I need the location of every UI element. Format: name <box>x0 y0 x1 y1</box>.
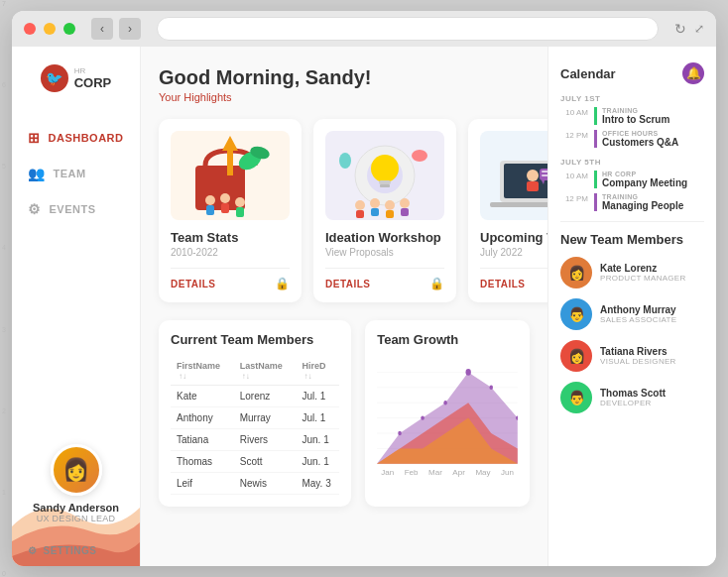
cal-name-2-2: Managing People <box>602 200 683 211</box>
svg-point-25 <box>339 153 351 169</box>
minimize-dot[interactable] <box>44 23 56 35</box>
svg-rect-28 <box>490 202 547 207</box>
team-members-table: FirstName ↑↓ LastName ↑↓ HireD ↑↓ <box>171 357 339 495</box>
team-growth-title: Team Growth <box>377 332 518 347</box>
member-item-4: 👨 Thomas Scott DEVELOPER <box>560 382 704 413</box>
logo-name: CORP <box>74 75 112 90</box>
sort-icon-hired[interactable]: ↑↓ <box>303 372 311 381</box>
main-content: Good Morning, Sandy! Your Highlights <box>141 47 547 566</box>
card-footer-team-stats: DETAILS 🔒 <box>171 268 290 290</box>
events-icon: ⚙ <box>28 201 42 217</box>
card-ideation: Ideation Workshop View Proposals DETAILS… <box>313 119 456 302</box>
lock-icon-ideation: 🔒 <box>429 277 444 290</box>
member-item-2: 👨 Anthony Murray SALES ASSOCIATE <box>560 298 704 330</box>
cal-name-1-1: Intro to Scrum <box>602 114 669 125</box>
svg-point-49 <box>466 369 471 376</box>
settings-item[interactable]: ⚙ SETTINGS <box>12 535 140 566</box>
svg-point-16 <box>355 200 365 210</box>
details-link-ideation[interactable]: DETAILS <box>325 279 371 289</box>
card-team-stats: Team Stats 2010-2022 DETAILS 🔒 <box>159 119 302 302</box>
sidebar-label-dashboard: DASHBOARD <box>49 132 124 144</box>
sidebar-item-events[interactable]: ⚙ EVENTS <box>12 191 140 227</box>
card-training: ★ ★ Upcoming Training July 2022 DETAILS … <box>468 119 547 302</box>
svg-rect-2 <box>227 151 233 175</box>
table-cell: Scott <box>234 451 297 473</box>
sidebar-label-events: EVENTS <box>50 203 96 215</box>
table-cell: Lorenz <box>234 386 297 407</box>
greeting-subtitle: Your Highlights <box>159 91 530 103</box>
cal-category-1-1: TRAINING <box>602 107 669 114</box>
table-row: ThomasScottJun. 1 <box>171 451 339 473</box>
cal-date-label-2: JULY 5TH <box>560 158 704 167</box>
svg-rect-30 <box>527 181 539 191</box>
svg-rect-8 <box>236 207 244 217</box>
address-bar[interactable] <box>157 17 659 41</box>
svg-point-24 <box>412 150 427 162</box>
svg-point-5 <box>220 193 230 203</box>
sort-icon-firstname[interactable]: ↑↓ <box>179 372 186 381</box>
svg-rect-23 <box>401 208 409 216</box>
member-role-3: VISUAL DESIGNER <box>600 357 676 366</box>
team-members-title: Current Team Members <box>171 332 339 347</box>
member-role-2: SALES ASSOCIATE <box>600 315 676 324</box>
close-dot[interactable] <box>24 23 36 35</box>
cal-category-2-2: TRAINING <box>602 193 683 200</box>
svg-point-52 <box>444 401 448 404</box>
sidebar: 🐦 HR CORP ⊞ DASHBOARD 👥 TEAM ⚙ EVENTS <box>12 47 141 566</box>
svg-point-13 <box>371 155 399 182</box>
app-body: 🐦 HR CORP ⊞ DASHBOARD 👥 TEAM ⚙ EVENTS <box>12 47 716 566</box>
expand-button[interactable]: ⤢ <box>694 22 704 36</box>
svg-point-20 <box>385 200 395 210</box>
refresh-button[interactable]: ↻ <box>674 21 686 37</box>
sidebar-label-team: TEAM <box>54 168 86 179</box>
cal-time-1-2: 12 PM <box>560 130 588 148</box>
svg-point-18 <box>370 198 380 208</box>
svg-point-22 <box>400 198 410 208</box>
svg-point-51 <box>422 415 425 419</box>
details-link-training[interactable]: DETAILS <box>480 279 526 289</box>
card-image-team-stats <box>171 131 290 220</box>
svg-rect-4 <box>206 205 214 215</box>
forward-button[interactable]: › <box>119 18 141 40</box>
table-row: LeifNewisMay. 3 <box>171 473 339 495</box>
card-title-training: Upcoming Training <box>480 230 547 245</box>
member-name-3: Tatiana Rivers <box>600 346 676 357</box>
maximize-dot[interactable] <box>63 23 75 35</box>
calendar-title: Calendar <box>560 66 616 81</box>
card-sub-team-stats: 2010-2022 <box>171 247 290 258</box>
sort-icon-lastname[interactable]: ↑↓ <box>242 372 250 381</box>
back-button[interactable]: ‹ <box>91 18 113 40</box>
member-info-4: Thomas Scott DEVELOPER <box>600 388 666 407</box>
svg-point-53 <box>490 386 494 390</box>
table-cell: Leif <box>171 473 234 495</box>
table-cell: Jun. 1 <box>296 451 339 473</box>
table-cell: Jul. 1 <box>296 407 339 429</box>
cal-event-2-2: 12 PM TRAINING Managing People <box>560 193 704 211</box>
member-info-1: Kate Lorenz PRODUCT MANAGER <box>600 263 686 283</box>
svg-point-29 <box>527 170 539 181</box>
cal-category-2-1: HR CORP <box>602 171 687 177</box>
sidebar-profile: 👩 Sandy Anderson UX DESIGN LEAD <box>33 432 119 535</box>
member-name-1: Kate Lorenz <box>600 263 686 274</box>
table-cell: Newis <box>234 473 297 495</box>
member-role-4: DEVELOPER <box>600 399 666 407</box>
notification-badge[interactable]: 🔔 <box>682 62 704 84</box>
col-header-hired: HireD ↑↓ <box>296 357 339 386</box>
svg-point-7 <box>235 197 245 207</box>
calendar-date-1: JULY 1ST 10 AM TRAINING Intro to Scrum 1… <box>560 94 704 148</box>
member-info-2: Anthony Murray SALES ASSOCIATE <box>600 304 676 324</box>
details-link-team-stats[interactable]: DETAILS <box>171 279 216 289</box>
logo-icon: 🐦 <box>41 64 68 92</box>
app-window: ‹ › ↻ ⤢ 🐦 HR CORP ⊞ DASHBOARD 👥 TEAM <box>12 11 716 566</box>
sidebar-item-team[interactable]: 👥 TEAM <box>12 156 140 191</box>
member-role-1: PRODUCT MANAGER <box>600 274 686 283</box>
card-image-ideation <box>325 131 444 220</box>
profile-role: UX DESIGN LEAD <box>37 514 116 523</box>
team-icon: 👥 <box>28 166 46 181</box>
cal-detail-2-1: HR CORP Company Meeting <box>594 171 687 188</box>
cal-detail-2-2: TRAINING Managing People <box>594 193 683 211</box>
right-panel: Calendar 🔔 JULY 1ST 10 AM TRAINING Intro… <box>547 47 716 566</box>
sidebar-item-dashboard[interactable]: ⊞ DASHBOARD <box>12 120 140 156</box>
cal-detail-1-2: OFFICE HOURS Customers Q&A <box>594 130 678 148</box>
bottom-row: Current Team Members FirstName ↑↓ LastNa… <box>159 320 530 507</box>
